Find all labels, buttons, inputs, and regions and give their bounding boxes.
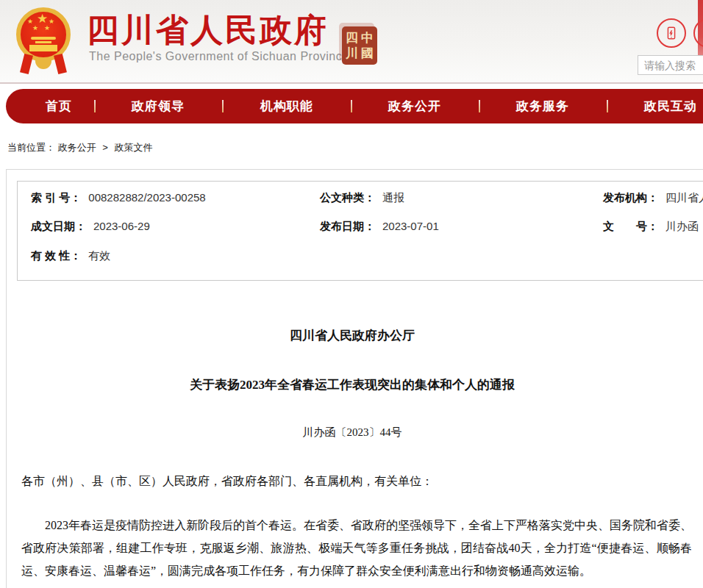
breadcrumb-current[interactable]: 政策文件 [114,142,152,153]
mobile-phone-icon[interactable] [657,18,686,48]
document-salutation: 各市（州）、县（市、区）人民政府，省政府各部门、各直属机构，有关单位： [21,474,692,490]
site-header: ★ ★ ★ ★ ★ 四川省人民政府 The People's Governmen… [0,0,703,84]
nav-item-info-disclosure[interactable]: 政务公开 [388,89,441,123]
document-card: 索 引 号：008282882/2023-00258 公文种类：通报 发布机构：… [6,169,703,588]
national-emblem-icon: ★ ★ ★ ★ ★ [15,6,72,76]
china-sichuan-seal-icon: 四中 川國 [342,26,377,65]
nav-item-government-leaders[interactable]: 政府领导 [132,89,185,123]
site-title: 四川省人民政府 [87,9,329,52]
page: ★ ★ ★ ★ ★ 四川省人民政府 The People's Governmen… [0,0,703,588]
emblem-ribbon-left [20,54,33,74]
nav-item-organization[interactable]: 机构职能 [260,89,313,123]
nav-divider [351,100,352,112]
document-paragraph: 2023年春运是疫情防控进入新阶段后的首个春运。在省委、省政府的坚强领导下，全省… [21,514,692,582]
nav-item-services[interactable]: 政务服务 [516,89,569,123]
nav-divider [94,100,96,112]
nav-item-interaction[interactable]: 政民互动 [644,89,697,123]
emblem-gate-mid [35,41,51,43]
nav-divider [222,100,224,112]
nav-divider [479,100,480,112]
breadcrumb-separator: > [102,142,108,153]
emblem-gate-base [29,45,57,51]
nav-item-home[interactable]: 首页 [46,89,72,123]
emblem-star-icon: ★ [32,25,38,32]
emblem-ribbon-right [54,54,67,74]
breadcrumb-prefix: 当前位置： [7,142,55,153]
seal-row: 四中 [346,30,377,46]
emblem-gear-knot [35,59,51,69]
document-number: 川办函〔2023〕44号 [21,426,683,440]
emblem-gate-roof [31,37,56,40]
search-input[interactable] [638,55,703,75]
breadcrumb-link-section[interactable]: 政务公开 [58,142,96,153]
nav-divider [607,100,608,112]
document-body: 四川省人民政府办公厅 关于表扬2023年全省春运工作表现突出的集体和个人的通报 … [7,170,703,588]
seal-row: 川國 [346,46,377,61]
site-subtitle: The People's Government of Sichuan Provi… [89,50,349,63]
breadcrumb: 当前位置： 政务公开 > 政策文件 [7,141,152,154]
emblem-star-icon: ★ [44,25,50,32]
main-nav: 首页 政府领导 机构职能 政务公开 政务服务 政民互动 [6,89,703,123]
document-issuer: 四川省人民政府办公厅 [21,327,683,344]
document-title: 关于表扬2023年全省春运工作表现突出的集体和个人的通报 [21,376,683,393]
emblem-star-icon: ★ [37,12,48,25]
